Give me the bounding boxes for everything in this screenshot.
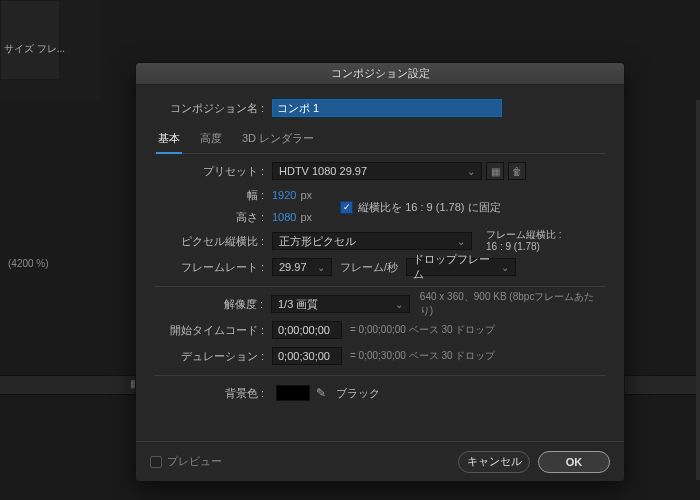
frame-aspect-value: 16 : 9 (1.78) bbox=[486, 241, 562, 253]
composition-settings-dialog: コンポジション設定 コンポジション名 : 基本 高度 3D レンダラー プリセッ… bbox=[135, 62, 625, 482]
tab-advanced[interactable]: 高度 bbox=[198, 127, 224, 153]
dropframe-select[interactable]: ドロップフレーム bbox=[406, 258, 516, 276]
dialog-title: コンポジション設定 bbox=[136, 63, 624, 85]
pixel-aspect-label: ピクセル縦横比 : bbox=[154, 234, 272, 249]
duration-input[interactable] bbox=[272, 347, 342, 365]
comp-name-label: コンポジション名 : bbox=[154, 101, 272, 116]
cancel-button[interactable]: キャンセル bbox=[458, 451, 530, 473]
bg-column-headers: サイズ フレ... bbox=[4, 42, 65, 56]
duration-note: = 0;00;30;00 ベース 30 ドロップ bbox=[350, 349, 495, 363]
width-unit: px bbox=[300, 189, 312, 201]
framerate-unit: フレーム/秒 bbox=[340, 260, 398, 275]
start-timecode-input[interactable] bbox=[272, 321, 342, 339]
preset-select[interactable]: HDTV 1080 29.97 bbox=[272, 162, 482, 180]
resolution-select[interactable]: 1/3 画質 bbox=[271, 295, 410, 313]
save-preset-button[interactable]: ▦ bbox=[486, 162, 504, 180]
ok-button[interactable]: OK bbox=[538, 451, 610, 473]
bgcolor-swatch[interactable] bbox=[276, 385, 310, 401]
width-label: 幅 : bbox=[154, 188, 272, 203]
bgcolor-label: 背景色 : bbox=[154, 386, 272, 401]
tab-basic[interactable]: 基本 bbox=[156, 127, 182, 154]
lock-aspect-label: 縦横比を 16 : 9 (1.78) に固定 bbox=[358, 200, 500, 215]
duration-label: デュレーション : bbox=[154, 349, 272, 364]
frame-aspect-label: フレーム縦横比 : bbox=[486, 229, 562, 241]
pixel-aspect-select[interactable]: 正方形ピクセル bbox=[272, 232, 472, 250]
width-value[interactable]: 1920 bbox=[272, 189, 296, 201]
tab-3d-renderer[interactable]: 3D レンダラー bbox=[240, 127, 316, 153]
height-label: 高さ : bbox=[154, 210, 272, 225]
eyedropper-icon[interactable]: ✎ bbox=[316, 386, 326, 400]
resolution-label: 解像度 : bbox=[154, 297, 271, 312]
comp-name-input[interactable] bbox=[272, 99, 502, 117]
bgcolor-name: ブラック bbox=[336, 386, 380, 401]
preview-label: プレビュー bbox=[167, 454, 222, 469]
zoom-level: (4200 %) bbox=[8, 258, 49, 269]
framerate-select[interactable]: 29.97 bbox=[272, 258, 332, 276]
delete-preset-button[interactable]: 🗑 bbox=[508, 162, 526, 180]
start-timecode-note: = 0;00;00;00 ベース 30 ドロップ bbox=[350, 323, 495, 337]
start-timecode-label: 開始タイムコード : bbox=[154, 323, 272, 338]
preset-label: プリセット : bbox=[154, 164, 272, 179]
resolution-note: 640 x 360、900 KB (8bpcフレームあたり) bbox=[420, 290, 606, 318]
framerate-label: フレームレート : bbox=[154, 260, 272, 275]
settings-tabs: 基本 高度 3D レンダラー bbox=[154, 127, 606, 154]
height-unit: px bbox=[300, 211, 312, 223]
preview-checkbox[interactable] bbox=[150, 456, 162, 468]
lock-aspect-checkbox[interactable]: ✓ bbox=[340, 201, 353, 214]
height-value[interactable]: 1080 bbox=[272, 211, 296, 223]
